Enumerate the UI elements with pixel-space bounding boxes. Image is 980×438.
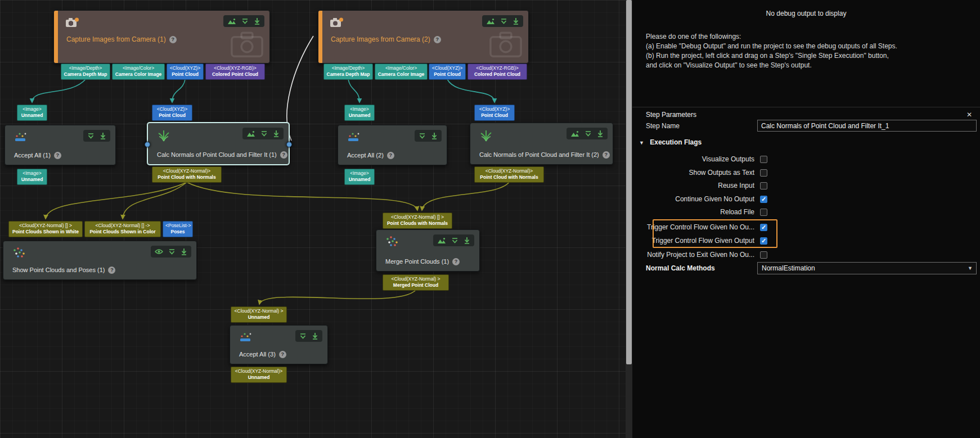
node-accept-all-2[interactable]: Accept All (2)? [338, 125, 447, 165]
collapse-icon[interactable] [451, 237, 458, 244]
vertical-scrollbar[interactable] [626, 0, 632, 438]
port-clouds-shown-in-color[interactable]: <Cloud(XYZ-Normal) [] ->Point Clouds Sho… [84, 221, 161, 237]
port-camera-depth-map[interactable]: <Image/Depth>Camera Depth Map [61, 64, 110, 80]
help-icon[interactable]: ? [603, 151, 610, 159]
port-camera-color-image[interactable]: <Image/Color>Camera Color Image [112, 64, 165, 80]
help-icon[interactable]: ? [54, 152, 61, 159]
port-colored-point-cloud[interactable]: <Cloud(XYZ-RGB)>Colored Point Cloud [467, 64, 527, 80]
port-point-cloud[interactable]: <Cloud(XYZ)>Point Cloud [167, 64, 204, 80]
flag-checkbox[interactable] [760, 224, 767, 231]
port-type: <Cloud(XYZ-RGB)> [470, 65, 524, 71]
port-image-unnamed-in[interactable]: <Image>Unnamed [344, 105, 375, 121]
collapse-icon[interactable] [87, 133, 95, 139]
node-toolbar [295, 330, 322, 342]
step-name-input[interactable] [757, 120, 977, 132]
port-name: Point Clouds with Normals [385, 220, 449, 227]
visualize-icon[interactable] [227, 18, 236, 25]
flag-checkbox[interactable] [760, 251, 767, 259]
port-point-cloud[interactable]: <Cloud(XYZ)>Point Cloud [429, 64, 466, 80]
node-title-text: Merge Point Clouds (1) [385, 258, 449, 265]
port-image-unnamed-in[interactable]: <Image>Unnamed [17, 105, 47, 121]
node-accept-all-1[interactable]: Accept All (1)? [5, 125, 116, 165]
port-type: <Cloud(XYZ-Normal)> [155, 168, 219, 174]
collapse-icon[interactable] [500, 18, 507, 25]
node-title-text: Capture Images from Camera (1) [66, 35, 166, 43]
single-step-execution-icon[interactable] [597, 130, 604, 137]
port-image-unnamed-out[interactable]: <Image>Unnamed [17, 169, 47, 185]
visualize-icon[interactable] [246, 130, 255, 137]
execution-flags-section-header[interactable]: ▼ Execution Flags [639, 138, 702, 146]
port-type: <Cloud(XYZ-Normal) > [385, 276, 446, 282]
single-step-execution-icon[interactable] [431, 132, 438, 139]
flag-checkbox[interactable] [760, 209, 767, 216]
port-normal-unnamed-out[interactable]: <Cloud(XYZ-Normal)>Unnamed [231, 367, 287, 383]
section-collapse-icon[interactable]: ▼ [639, 140, 644, 146]
collapse-icon[interactable] [585, 130, 592, 137]
single-step-execution-icon[interactable] [464, 237, 470, 244]
single-step-execution-icon[interactable] [312, 332, 318, 340]
visualize-icon[interactable] [437, 237, 446, 244]
node-capture-images-2[interactable]: Capture Images from Camera (2)? [318, 10, 529, 64]
port-clouds-shown-in-white[interactable]: <Cloud(XYZ-Normal) [] >Point Clouds Show… [8, 221, 83, 237]
port-poses[interactable]: <PoseList->Poses [163, 221, 193, 237]
scrollbar-thumb[interactable] [626, 0, 632, 364]
control-flow-port-right[interactable] [286, 142, 292, 147]
close-icon[interactable]: ✕ [966, 111, 972, 119]
flag-checkbox[interactable] [760, 169, 767, 177]
flag-checkbox[interactable] [760, 196, 767, 203]
eye-icon[interactable] [155, 249, 163, 255]
collapse-icon[interactable] [299, 333, 307, 340]
collapse-icon[interactable] [168, 249, 176, 255]
help-icon[interactable]: ? [387, 152, 394, 159]
node-capture-images-1[interactable]: Capture Images from Camera (1)? [53, 10, 270, 64]
port-point-cloud-in[interactable]: <Cloud(XYZ)>Point Cloud [152, 105, 192, 121]
port-colored-point-cloud[interactable]: <Cloud(XYZ-RGB)>Colored Point Cloud [205, 64, 265, 80]
node-calc-normals-1[interactable]: Calc Normals of Point Cloud and Filter I… [147, 123, 289, 165]
single-step-execution-icon[interactable] [100, 132, 106, 139]
node-title: Merge Point Clouds (1)? [385, 258, 460, 265]
port-normal-unnamed-in[interactable]: <Cloud(XYZ-Normal) >Unnamed [231, 306, 287, 323]
control-flow-port-left[interactable] [145, 142, 150, 147]
camera-watermark-icon [229, 28, 265, 62]
node-toolbar [242, 128, 284, 139]
port-point-cloud-with-normals-out[interactable]: <Cloud(XYZ-Normal)>Point Cloud with Norm… [152, 166, 222, 183]
node-graph-canvas[interactable]: Capture Images from Camera (1)? Capture … [0, 0, 626, 438]
collapse-icon[interactable] [241, 18, 249, 25]
node-accept-all-3[interactable]: Accept All (3)? [230, 325, 328, 364]
flag-row-show-outputs-as-text: Show Outputs as Text [646, 168, 837, 177]
collapse-icon[interactable] [260, 130, 268, 137]
help-icon[interactable]: ? [452, 258, 460, 265]
port-merged-point-cloud-out[interactable]: <Cloud(XYZ-Normal) >Merged Point Cloud [383, 274, 449, 291]
flag-checkbox[interactable] [760, 156, 767, 163]
chevron-down-icon[interactable]: ▼ [964, 265, 976, 271]
node-title: Show Point Clouds and Poses (1)? [12, 267, 115, 274]
single-step-execution-icon[interactable] [273, 130, 280, 137]
node-merge-point-clouds-1[interactable]: Merge Point Clouds (1)? [376, 229, 480, 272]
node-calc-normals-2[interactable]: Calc Normals of Point Cloud and Filter I… [470, 123, 613, 165]
port-camera-depth-map[interactable]: <Image/Depth>Camera Depth Map [323, 64, 373, 80]
port-name: Camera Depth Map [64, 71, 107, 78]
single-step-execution-icon[interactable] [181, 248, 187, 255]
port-point-cloud-with-normals-out[interactable]: <Cloud(XYZ-Normal)>Point Cloud with Norm… [474, 166, 544, 183]
port-name: Unnamed [347, 177, 372, 183]
normal-calc-methods-dropdown[interactable]: NormalEstimation ▼ [757, 262, 977, 274]
help-icon[interactable]: ? [108, 267, 115, 274]
port-name: Unnamed [233, 314, 284, 320]
help-icon[interactable]: ? [434, 36, 441, 43]
port-point-clouds-with-normals-in[interactable]: <Cloud(XYZ-Normal) [] >Point Clouds with… [383, 213, 452, 229]
port-camera-color-image[interactable]: <Image/Color>Camera Color Image [375, 64, 428, 80]
port-image-unnamed-out[interactable]: <Image>Unnamed [344, 169, 375, 185]
help-icon[interactable]: ? [280, 151, 287, 159]
port-name: Unnamed [20, 112, 44, 119]
single-step-execution-icon[interactable] [513, 17, 519, 25]
help-icon[interactable]: ? [279, 351, 286, 358]
help-icon[interactable]: ? [169, 36, 177, 43]
visualize-icon[interactable] [486, 18, 495, 25]
port-point-cloud-in[interactable]: <Cloud(XYZ)>Point Cloud [474, 105, 515, 121]
node-show-point-clouds-1[interactable]: Show Point Clouds and Poses (1)? [3, 241, 197, 280]
single-step-execution-icon[interactable] [254, 17, 260, 25]
visualize-icon[interactable] [570, 130, 579, 137]
flag-checkbox[interactable] [760, 182, 767, 189]
collapse-icon[interactable] [419, 133, 426, 139]
flag-checkbox[interactable] [760, 237, 767, 245]
